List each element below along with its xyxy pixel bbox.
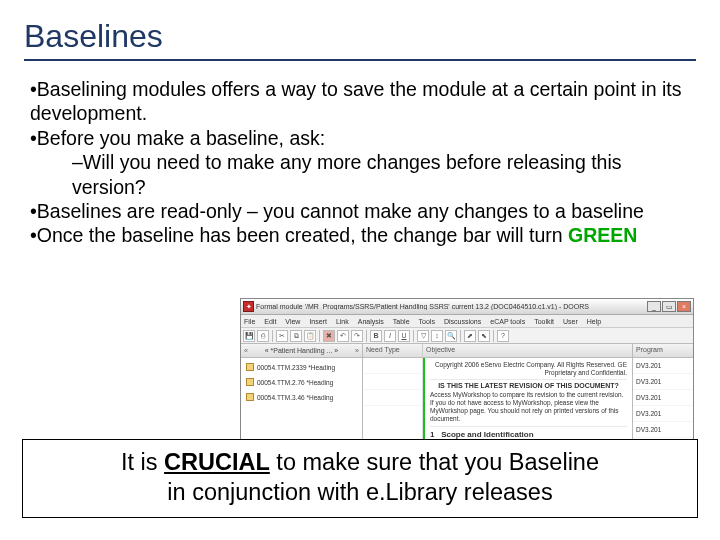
menu-discussions[interactable]: Discussions [444, 318, 481, 325]
toolbar-cut-icon[interactable]: ✂ [276, 330, 288, 342]
program-header: Program [633, 344, 693, 358]
program-row: DV3.201 [633, 390, 693, 406]
menu-edit[interactable]: Edit [264, 318, 276, 325]
callout-pre: It is [121, 449, 164, 475]
outline-item[interactable]: 00054.TTM.2.76 *Heading [244, 376, 359, 388]
doc-icon [246, 378, 254, 386]
outline-header: « « *Patient Handling ... » » [241, 344, 362, 358]
col-need-type: Need Type [363, 344, 423, 357]
callout-crucial: CRUCIAL [164, 449, 270, 475]
bullet-1: •Baselining modules offers a way to save… [30, 77, 696, 126]
bullet-2a: –Will you need to make any more changes … [72, 150, 696, 199]
toolbar-save-icon[interactable]: 💾 [243, 330, 255, 342]
outline-item[interactable]: 00054.TTM.3.46 *Heading [244, 391, 359, 403]
latest-rev-text: IS THIS THE LATEST REVISION OF THIS DOCU… [430, 382, 627, 391]
menu-file[interactable]: File [244, 318, 255, 325]
callout-post2: in conjunction with e.Library releases [167, 479, 552, 505]
crucial-callout: It is CRUCIAL to make sure that you Base… [22, 439, 698, 518]
menu-bar: File Edit View Insert Link Analysis Tabl… [241, 315, 693, 328]
outline-panel: « « *Patient Handling ... » » 00054.TTM.… [241, 344, 363, 439]
maximize-button[interactable]: ▭ [662, 301, 676, 312]
chevron-right-icon[interactable]: » [355, 347, 359, 354]
bullet-4: •Once the baseline has been created, the… [30, 223, 696, 247]
bullet-3: •Baselines are read-only – you cannot ma… [30, 199, 696, 223]
window-titlebar: ✦ Formal module '/MR_Programs/SSRS/Patie… [241, 299, 693, 315]
toolbar-undo-icon[interactable]: ↶ [337, 330, 349, 342]
main-headers: Need Type Objective [363, 344, 632, 358]
main-panel: Need Type Objective Copyright 2006 eServ… [363, 344, 633, 439]
program-panel: Program DV3.201 DV3.201 DV3.201 DV3.201 … [633, 344, 693, 439]
need-type-column [363, 358, 423, 439]
bullet-2: •Before you make a baseline, ask: [30, 126, 696, 150]
toolbar-redo-icon[interactable]: ↷ [351, 330, 363, 342]
menu-view[interactable]: View [285, 318, 300, 325]
outline-item[interactable]: 00054.TTM.2339 *Heading [244, 361, 359, 373]
menu-insert[interactable]: Insert [309, 318, 327, 325]
toolbar-link-icon[interactable]: ⬈ [464, 330, 476, 342]
bullet-4-green: GREEN [568, 224, 637, 246]
program-row: DV3.201 [633, 422, 693, 438]
close-button[interactable]: × [677, 301, 691, 312]
menu-link[interactable]: Link [336, 318, 349, 325]
toolbar-linkback-icon[interactable]: ⬉ [478, 330, 490, 342]
menu-user[interactable]: User [563, 318, 578, 325]
toolbar-sort-icon[interactable]: ↕ [431, 330, 443, 342]
callout-post1: to make sure that you Baseline [270, 449, 599, 475]
menu-tools[interactable]: Tools [419, 318, 435, 325]
objective-column: Copyright 2006 eServo Electric Company. … [425, 358, 632, 439]
toolbar-help-icon[interactable]: ? [497, 330, 509, 342]
slide-body: •Baselining modules offers a way to save… [28, 77, 696, 248]
slide-title: Baselines [24, 18, 696, 61]
toolbar-print-icon[interactable]: ⎙ [257, 330, 269, 342]
copyright-text: Copyright 2006 eServo Electric Company. … [430, 361, 627, 377]
doors-screenshot: ✦ Formal module '/MR_Programs/SSRS/Patie… [240, 298, 694, 452]
menu-toolkit[interactable]: Toolkit [534, 318, 554, 325]
access-text: Access MyWorkshop to compare its revisio… [430, 391, 627, 424]
toolbar-paste-icon[interactable]: 📋 [304, 330, 316, 342]
menu-analysis[interactable]: Analysis [358, 318, 384, 325]
menu-table[interactable]: Table [393, 318, 410, 325]
content-area: « « *Patient Handling ... » » 00054.TTM.… [241, 344, 693, 439]
toolbar-copy-icon[interactable]: ⧉ [290, 330, 302, 342]
window-buttons: _ ▭ × [647, 301, 691, 312]
program-row: DV3.201 [633, 406, 693, 422]
window-title: Formal module '/MR_Programs/SSRS/Patient… [256, 303, 645, 310]
menu-help[interactable]: Help [587, 318, 601, 325]
toolbar-delete-icon[interactable]: ✖ [323, 330, 335, 342]
program-row: DV3.201 [633, 374, 693, 390]
toolbar-underline-icon[interactable]: U [398, 330, 410, 342]
minimize-button[interactable]: _ [647, 301, 661, 312]
chevron-left-icon[interactable]: « [244, 347, 248, 354]
toolbar-italic-icon[interactable]: I [384, 330, 396, 342]
toolbar-filter-icon[interactable]: ▽ [417, 330, 429, 342]
doc-icon [246, 363, 254, 371]
outline-body: 00054.TTM.2339 *Heading 00054.TTM.2.76 *… [241, 358, 362, 439]
doc-icon [246, 393, 254, 401]
toolbar-find-icon[interactable]: 🔍 [445, 330, 457, 342]
toolbar: 💾 ⎙ ✂ ⧉ 📋 ✖ ↶ ↷ B I U ▽ ↕ 🔍 ⬈ ⬉ ? [241, 328, 693, 344]
toolbar-bold-icon[interactable]: B [370, 330, 382, 342]
menu-ecap[interactable]: eCAP tools [490, 318, 525, 325]
col-objective: Objective [423, 344, 632, 357]
program-body: DV3.201 DV3.201 DV3.201 DV3.201 DV3.201 [633, 358, 693, 439]
main-body: Copyright 2006 eServo Electric Company. … [363, 358, 632, 439]
bullet-4-pre: •Once the baseline has been created, the… [30, 224, 568, 246]
outline-title: « *Patient Handling ... » [265, 347, 339, 354]
app-icon: ✦ [243, 301, 254, 312]
heading-1: 1 Scope and Identification [430, 430, 627, 440]
program-row: DV3.201 [633, 358, 693, 374]
